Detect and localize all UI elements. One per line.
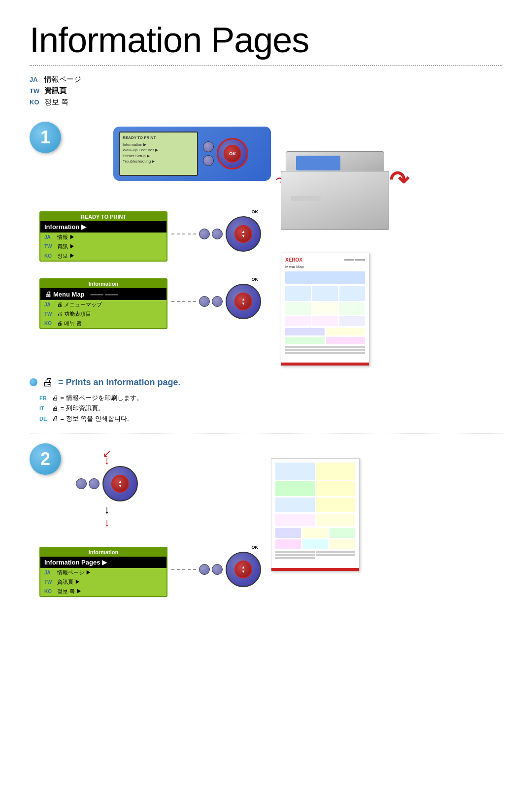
menu1-header: READY TO PRINT <box>40 212 166 221</box>
menu2-item-tw: TW 🖨 功能表項目 <box>40 309 166 319</box>
sm-circle-1 <box>199 229 210 239</box>
menu-box-1: READY TO PRINT Information ▶ JA 情報 ▶ TW … <box>39 211 167 262</box>
nav-btn-2 <box>203 155 214 166</box>
step2-top-row: 2 ↙ ↓ ▲▼ <box>30 443 261 529</box>
dashed-line-1 <box>171 233 196 234</box>
step1-panel-row: 1 READY TO PRINT. Information ▶ Walk-Up … <box>30 122 271 181</box>
doc-blue-header <box>285 271 365 284</box>
trans-de: DE 🖨 = 정보 쪽을 인쇄합니다. <box>39 414 502 423</box>
sm-circle-4 <box>212 296 223 307</box>
screen-item-0: Information ▶ <box>123 142 195 147</box>
ok-label-2: OK <box>252 277 259 282</box>
printer-body <box>281 171 389 230</box>
info-note-text: = Prints an information page. <box>58 377 181 388</box>
sm-circle-6 <box>212 564 223 575</box>
ok-label-1: OK <box>252 209 259 214</box>
step1-left-column: 1 READY TO PRINT. Information ▶ Walk-Up … <box>30 122 271 366</box>
nav-cluster-2: OK ▲▼ <box>171 284 261 319</box>
step2-sm-circle-2 <box>89 478 100 489</box>
menu2-selected: 🖨 Menu Map —— —— <box>40 288 166 300</box>
menu3-item-ko: KO 정보 쪽 ▶ <box>40 587 166 596</box>
panel-controls: OK <box>203 138 248 169</box>
doc-xerox-logo: XEROX <box>285 257 302 263</box>
lang-code-ja: JA <box>30 76 40 83</box>
screen-item-1: Walk-Up Features ▶ <box>123 147 195 153</box>
step2-red-arrow-bottom: ↓ <box>104 516 110 529</box>
doc2-text-lines <box>275 551 355 559</box>
menu1-nav-row: READY TO PRINT Information ▶ JA 情報 ▶ TW … <box>39 206 271 262</box>
doc2-top-grid <box>275 463 355 526</box>
doc-title-1: Menu Map <box>285 265 365 269</box>
spacer1 <box>64 189 65 199</box>
step2-nav-center[interactable]: ▲▼ <box>111 475 129 493</box>
big-nav-button-2[interactable]: ▲▼ <box>226 284 261 319</box>
doc-grid-2 <box>285 328 365 344</box>
step2-red-arrows-top: ↙ ↓ <box>102 448 111 466</box>
doc-header-1: XEROX <box>285 257 365 263</box>
nav-btn-1 <box>203 141 214 152</box>
ok-button-container: OK <box>217 138 248 169</box>
menu3-nav-row: Information Information Pages ▶ JA 情報ページ… <box>39 542 261 597</box>
ok-center[interactable]: OK <box>224 145 241 163</box>
print-icon-info: 🖨 <box>42 376 53 389</box>
step1-right-column: ↷ XEROX Menu Map <box>281 122 502 366</box>
red-arrow-from-printer: ↷ <box>389 166 409 194</box>
dashed-line-3 <box>171 569 196 570</box>
step2-small-circles <box>76 478 100 489</box>
big-nav-center-1[interactable]: ▲▼ <box>234 225 252 243</box>
big-nav-center-2[interactable]: ▲▼ <box>234 293 252 310</box>
big-nav-center-3[interactable]: ▲▼ <box>234 561 252 578</box>
big-nav-2: OK ▲▼ <box>226 284 261 319</box>
sm-circle-5 <box>199 564 210 575</box>
trans-it: IT 🖨 = 列印資訊頁。 <box>39 404 502 413</box>
lang-text-tw: 資訊頁 <box>44 86 66 96</box>
menu2-header: Information <box>40 279 166 288</box>
sm-circle-2 <box>212 229 223 239</box>
info-translations: FR 🖨 = 情報ページを印刷します。 IT 🖨 = 列印資訊頁。 DE 🖨 =… <box>39 394 502 423</box>
step2-circle: 2 <box>30 443 61 475</box>
step2-nav-row: ▲▼ <box>76 466 138 501</box>
big-nav-button-3[interactable]: ▲▼ <box>226 552 261 587</box>
screen-title: READY TO PRINT. <box>123 135 195 140</box>
print-icon-menu2: 🖨 <box>44 290 51 298</box>
trans-fr: FR 🖨 = 情報ページを印刷します。 <box>39 394 502 402</box>
small-circles-3 <box>199 564 223 575</box>
doc-red-bar-1 <box>281 363 369 366</box>
lang-code-tw: TW <box>30 87 40 95</box>
page-title: Information Pages <box>30 20 502 66</box>
small-nav-buttons <box>203 141 214 166</box>
small-circles-2 <box>199 296 223 307</box>
step2-big-nav: ▲▼ <box>102 466 138 501</box>
big-nav-button-1[interactable]: ▲▼ <box>226 216 261 252</box>
step2-left-column: 2 ↙ ↓ ▲▼ <box>30 443 261 597</box>
screen-item-3: Troubleshooting ▶ <box>123 159 195 164</box>
doc-text-lines <box>285 346 365 354</box>
menu-box-2: Information 🖨 Menu Map —— —— JA 🖨 メニューマッ… <box>39 278 167 329</box>
doc2-mid-grid <box>275 528 355 549</box>
menu1-item-ja: JA 情報 ▶ <box>40 233 166 242</box>
lang-text-ja: 情報ページ <box>44 75 81 84</box>
ok-nav-button[interactable]: OK <box>217 138 248 169</box>
printer-slot <box>291 196 321 201</box>
nav-cluster-1: OK ▲▼ <box>171 216 261 252</box>
sm-circle-3 <box>199 296 210 307</box>
menu3-item-tw: TW 資訊頁 ▶ <box>40 577 166 587</box>
doc-grid-1 <box>285 286 365 326</box>
doc-info-pages <box>271 458 360 571</box>
step2-nav-button[interactable]: ▲▼ <box>102 466 138 501</box>
doc-red-bar-2 <box>271 568 359 571</box>
lang-text-ko: 정보 쪽 <box>44 98 68 107</box>
menu2-item-ja: JA 🖨 メニューマップ <box>40 300 166 309</box>
printer-panel-mockup: READY TO PRINT. Information ▶ Walk-Up Fe… <box>74 122 271 181</box>
big-nav-1: OK ▲▼ <box>226 216 261 252</box>
screen-item-2: Printer Setup ▶ <box>123 153 195 159</box>
printer-illustration: ↷ <box>281 151 389 235</box>
small-circles-1 <box>199 229 223 239</box>
divider <box>30 433 502 433</box>
menu2-item-ko: KO 🖨 메뉴 맵 <box>40 319 166 328</box>
menu3-selected: Information Pages ▶ <box>40 557 166 568</box>
menu3-header: Information <box>40 548 166 557</box>
dashed-line-2 <box>171 301 196 302</box>
printer-display <box>296 156 340 170</box>
printer-panel: READY TO PRINT. Information ▶ Walk-Up Fe… <box>113 127 271 181</box>
